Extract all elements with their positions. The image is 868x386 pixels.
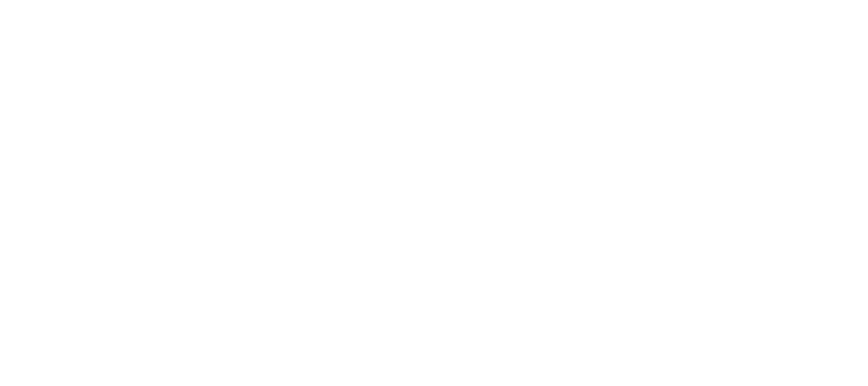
org-chart: [0, 0, 868, 352]
